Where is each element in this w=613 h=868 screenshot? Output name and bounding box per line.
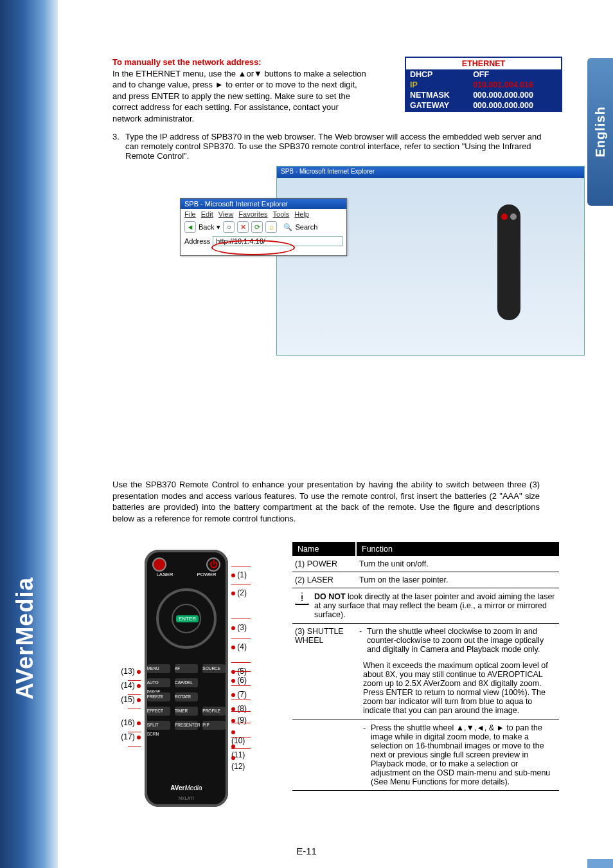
browser-screenshot-figure: SPB - Microsoft Internet Explorer SPB - … — [276, 166, 585, 356]
stop-icon[interactable]: ✕ — [237, 221, 249, 233]
home-icon[interactable]: ⌂ — [265, 221, 277, 233]
ie-toolbar[interactable]: ◄ Back ▾ ○ ✕ ⟳ ⌂ 🔍Search — [181, 219, 346, 235]
url-highlight-oval — [211, 240, 295, 255]
power-button-icon: ⏻ — [206, 557, 220, 572]
laser-warning-text: look directly at the laser pointer and a… — [314, 592, 555, 619]
sidebar-brand: AVerMedia — [12, 577, 39, 700]
remote-thumbnail-icon — [497, 204, 520, 320]
forward-icon[interactable]: ○ — [223, 221, 235, 233]
ie-window-titlebar: SPB - Microsoft Internet Explorer — [277, 167, 584, 178]
page-number: E-11 — [296, 845, 317, 856]
address-label: Address — [184, 237, 210, 245]
manual-network-paragraph: To manually set the network address: In … — [112, 57, 369, 124]
ie-popup: SPB - Microsoft Internet Explorer FileEd… — [180, 198, 347, 256]
back-icon[interactable]: ◄ — [184, 221, 196, 233]
shuttle-note-b: When it exceeds the maximum optical zoom… — [292, 657, 559, 719]
table-row: (2) LASER Turn on the laser pointer. — [292, 572, 559, 588]
table-row: (3) SHUTTLE WHEEL -Turn the shuttle whee… — [292, 624, 559, 657]
language-tab: English — [587, 58, 613, 206]
ie-popup-title: SPB - Microsoft Internet Explorer — [181, 199, 346, 209]
shuttle-note-c: -Press the shuttle wheel ▲,▼,◄, & ► to p… — [292, 719, 559, 791]
table-header-function: Function — [357, 542, 559, 556]
remote-control-diagram: ⏻ LASER POWER MENUAFSOURCE AUTO IMAGECAP… — [145, 550, 247, 807]
remote-control-intro: Use the SPB370 Remote Control to enhance… — [112, 479, 540, 524]
manual-network-heading: To manually set the network address: — [112, 57, 262, 67]
table-row: (1) POWER Turn the unit on/off. — [292, 556, 559, 572]
laser-warning-row: DO NOT look directly at the laser pointe… — [292, 588, 559, 624]
warning-icon — [295, 592, 309, 605]
ethernet-settings-table: ETHERNET DHCPOFF IP010.001.004.016 NETMA… — [405, 57, 562, 112]
remote-function-table: Name Function (1) POWER Turn the unit on… — [292, 542, 559, 791]
ie-menu-bar[interactable]: FileEditViewFavoritesToolsHelp — [181, 209, 346, 219]
shuttle-wheel-icon — [156, 588, 217, 649]
ethernet-table-title: ETHERNET — [406, 58, 561, 69]
refresh-icon[interactable]: ⟳ — [251, 221, 263, 233]
table-header-name: Name — [292, 542, 357, 556]
step-3: 3. Type the IP address of SPB370 in the … — [112, 132, 549, 161]
laser-button-icon — [152, 557, 166, 572]
